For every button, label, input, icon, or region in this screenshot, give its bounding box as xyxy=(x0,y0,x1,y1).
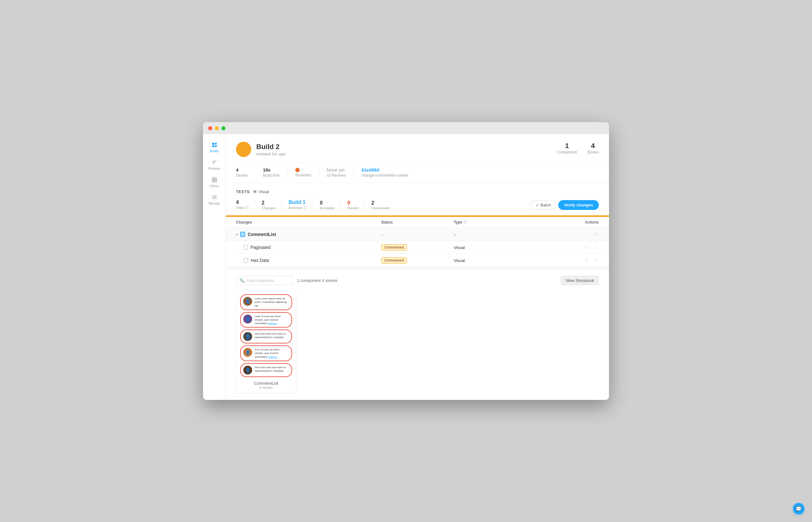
preview-stories: 👤 Luke Lorem ipsum dolor sit amet, conse… xyxy=(240,294,292,377)
sidebar-reviews-label: Reviews xyxy=(209,167,220,170)
sidebar: Builds Reviews xyxy=(203,134,226,400)
accept-icon[interactable]: ✓ xyxy=(583,257,590,263)
browsers-info-icon[interactable]: ⓘ xyxy=(301,168,304,172)
story-icon xyxy=(243,258,248,263)
story-link[interactable]: ullamco xyxy=(268,322,277,325)
table-row: ▾ CommentList -- -- ✓ xyxy=(226,228,609,241)
story-link[interactable]: ullamco xyxy=(268,356,277,358)
header-section: Build 2 Initiated 5m ago 1 Component 4 S… xyxy=(226,134,609,162)
hasdata-actions: ✓ ○ xyxy=(526,257,599,263)
svg-rect-7 xyxy=(215,180,217,182)
meta-commit: 61ed96d change-commentlist-outline xyxy=(362,166,416,179)
header-changes: Changes xyxy=(236,220,381,224)
build-title: Build 2 xyxy=(256,143,286,151)
maximize-button[interactable] xyxy=(221,126,225,130)
status-badge: Unreviewed xyxy=(381,244,407,250)
preview-card: 👤 Luke Lorem ipsum dolor sit amet, conse… xyxy=(236,290,296,394)
accept-icon[interactable]: ✓ xyxy=(583,244,590,250)
eye-icon: 👁 xyxy=(253,189,257,195)
reject-icon[interactable]: ○ xyxy=(593,244,599,250)
sidebar-item-builds[interactable]: Builds xyxy=(205,139,224,155)
hasdata-status: Unreviewed xyxy=(381,257,454,263)
tests-title: TESTS xyxy=(236,189,250,194)
reject-icon[interactable]: ○ xyxy=(593,257,599,263)
avatar-image: 👤 xyxy=(243,366,252,375)
story-text: Han Duis aute irure dolor in reprehender… xyxy=(255,332,289,339)
meta-ui-reviews: None yet UI Reviews xyxy=(327,166,354,179)
ui-reviews-label: UI Reviews xyxy=(327,173,346,178)
header-status: Status xyxy=(381,220,454,224)
tests-view-badge: 👁 Visual xyxy=(253,189,269,195)
search-icon: 🔍 xyxy=(239,278,244,283)
avatar-image: 👤 xyxy=(243,315,252,323)
test-stat-denied: 0 Denied xyxy=(347,200,365,210)
tests-meta-left: 4 Tests ⓘ 2 Changes Build 1 Ancestor ⓘ xyxy=(236,199,402,210)
group-actions: ✓ xyxy=(526,231,599,238)
svg-rect-3 xyxy=(215,145,217,147)
sidebar-library-label: Library xyxy=(209,184,219,188)
ui-reviews-value: None yet xyxy=(327,167,346,173)
type-info-icon[interactable]: ⓘ xyxy=(464,220,467,224)
list-item: 👤 Han Duis aute irure dolor in reprehend… xyxy=(240,329,292,343)
svg-rect-2 xyxy=(215,143,217,144)
sidebar-item-reviews[interactable]: Reviews xyxy=(205,157,224,173)
sidebar-item-manage[interactable]: Manage xyxy=(205,192,224,208)
stories-value: 4 xyxy=(236,167,248,173)
sidebar-builds-label: Builds xyxy=(210,149,219,153)
avatar: 👤 xyxy=(243,297,252,306)
ancestor-label: Ancestor ⓘ xyxy=(289,205,307,210)
avatar-image: 👤 xyxy=(243,332,252,341)
table-row: Has Data Unreviewed Visual ✓ ○ xyxy=(226,254,609,267)
meta-stories: 4 Stories xyxy=(236,166,255,179)
meta-browsers: ⓘ Browsers xyxy=(295,166,319,179)
app-body: Builds Reviews xyxy=(203,134,609,400)
status-badge: Unreviewed xyxy=(381,257,407,263)
story-text: Finn Duis aute irure dolor in reprehende… xyxy=(255,366,289,373)
group-status: -- xyxy=(381,232,454,237)
view-storybook-button[interactable]: View Storybook xyxy=(561,276,599,285)
check-icon[interactable]: ✓ xyxy=(593,231,599,238)
list-item: 👤 Poe Ut enim ad minim veniam, quis nost… xyxy=(240,345,292,361)
batch-label: Batch xyxy=(540,203,551,207)
tests-meta-row: 4 Tests ⓘ 2 Changes Build 1 Ancestor ⓘ xyxy=(236,199,599,215)
build-subtitle: Initiated 5m ago xyxy=(256,152,286,156)
table-row: Paginated Unreviewed Visual ✓ ○ xyxy=(226,241,609,254)
tests-num: 4 xyxy=(236,199,249,205)
list-item: 👤 Luke Lorem ipsum dolor sit amet, conse… xyxy=(240,294,292,310)
sidebar-item-library[interactable]: Library xyxy=(205,174,224,190)
commit-value[interactable]: 61ed96d xyxy=(362,167,408,173)
accepted-label: Accepted xyxy=(320,206,334,210)
paginated-status: Unreviewed xyxy=(381,244,454,250)
avatar-image: 👤 xyxy=(243,348,252,357)
changes-num: 2 xyxy=(262,200,276,206)
table-header: Changes Status Type ⓘ Actions xyxy=(226,217,609,228)
build-info: Build 2 Initiated 5m ago xyxy=(256,143,286,156)
component-label: Component xyxy=(557,150,577,155)
preview-section: 🔍 Find component 1 component 4 stories V… xyxy=(226,269,609,400)
svg-rect-4 xyxy=(212,178,214,180)
svg-rect-11 xyxy=(241,233,244,236)
main-content: Build 2 Initiated 5m ago 1 Component 4 S… xyxy=(226,134,609,400)
ancestor-num[interactable]: Build 1 xyxy=(289,199,307,205)
stories-meta-label: Stories xyxy=(236,173,248,178)
build-avatar xyxy=(236,142,251,157)
story-text: Luke Lorem ipsum dolor sit amet, consect… xyxy=(255,297,289,308)
batch-button[interactable]: ✓ Batch xyxy=(532,200,555,209)
header-right: 1 Component 4 Stories xyxy=(557,142,599,155)
find-component-input[interactable]: 🔍 Find component xyxy=(236,276,293,285)
paginated-actions: ✓ ○ xyxy=(526,244,599,250)
minimize-button[interactable] xyxy=(215,126,219,130)
svg-rect-0 xyxy=(212,143,214,145)
list-item: 👤 Leah Ut enim ad minim veniam, quis nos… xyxy=(240,312,292,328)
build-time-value: 18s xyxy=(263,167,280,173)
tests-section: TESTS 👁 Visual 4 Tests ⓘ 2 Ch xyxy=(226,183,609,215)
test-stat-ancestor: Build 1 Ancestor ⓘ xyxy=(289,199,313,210)
svg-rect-6 xyxy=(212,180,214,182)
test-stat-unreviewed: 2 Unreviewed xyxy=(372,200,396,210)
changes-table: Changes Status Type ⓘ Actions xyxy=(226,217,609,267)
checkmark-icon: ✓ xyxy=(536,203,539,207)
close-button[interactable] xyxy=(208,126,212,130)
chevron-down-icon[interactable]: ▾ xyxy=(236,233,238,236)
sidebar-manage-label: Manage xyxy=(209,202,220,205)
verify-changes-button[interactable]: Verify changes xyxy=(558,200,599,210)
